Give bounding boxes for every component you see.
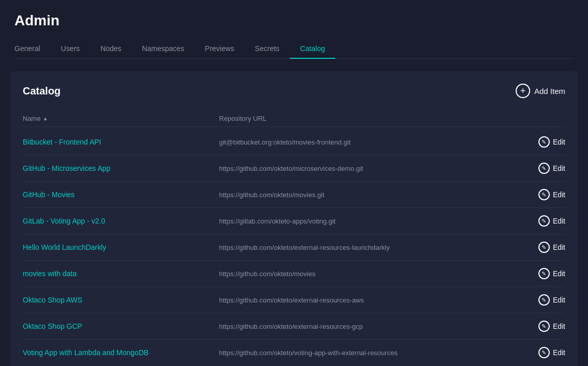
edit-button[interactable]: ✎ Edit	[538, 189, 565, 200]
edit-icon: ✎	[538, 321, 550, 332]
edit-button[interactable]: ✎ Edit	[538, 321, 565, 332]
edit-icon: ✎	[538, 163, 550, 174]
edit-icon: ✎	[538, 268, 550, 279]
table-row: GitHub - Movies https://github.com/oktet…	[23, 182, 565, 208]
column-repo-url: Repository URL	[219, 115, 503, 122]
tab-secrets[interactable]: Secrets	[244, 39, 289, 59]
catalog-header: Catalog + Add Item	[23, 84, 565, 98]
add-item-button[interactable]: + Add Item	[516, 84, 565, 98]
item-name: Bitbucket - Frontend API	[23, 138, 219, 146]
tab-general[interactable]: General	[14, 39, 51, 59]
item-url: https://github.com/okteto/microservices-…	[219, 165, 503, 172]
item-name: GitLab - Voting App - v2.0	[23, 217, 219, 225]
table-row: GitHub - Microservices App https://githu…	[23, 155, 565, 182]
tab-nodes[interactable]: Nodes	[90, 39, 131, 59]
edit-label: Edit	[553, 217, 565, 225]
edit-icon: ✎	[538, 294, 550, 306]
edit-icon: ✎	[538, 189, 550, 200]
tab-namespaces[interactable]: Namespaces	[132, 39, 195, 59]
column-name: Name ▲	[23, 115, 219, 122]
catalog-card: Catalog + Add Item Name ▲ Repository URL…	[10, 71, 578, 366]
item-url: https://github.com/okteto/external-resou…	[219, 244, 503, 251]
edit-label: Edit	[553, 348, 565, 357]
table-row: Bitbucket - Frontend API git@bitbucket.o…	[23, 129, 565, 155]
edit-icon: ✎	[538, 242, 550, 253]
edit-icon: ✎	[538, 136, 550, 148]
tab-users[interactable]: Users	[51, 39, 90, 59]
item-name: GitHub - Movies	[23, 190, 219, 199]
edit-label: Edit	[553, 296, 565, 304]
page-header: Admin General Users Nodes Namespaces Pre…	[0, 0, 588, 59]
item-url: git@bitbucket.org:okteto/movies-frontend…	[219, 138, 503, 146]
edit-label: Edit	[553, 243, 565, 251]
item-url: https://gitlab.com/okteto-apps/voting.gi…	[219, 217, 503, 225]
sort-icon: ▲	[43, 116, 48, 121]
table-row: movies with data https://github.com/okte…	[23, 261, 565, 287]
item-url: https://github.com/okteto/voting-app-wit…	[219, 349, 503, 357]
table-row: Hello World LaunchDarkly https://github.…	[23, 234, 565, 261]
edit-label: Edit	[553, 164, 565, 172]
edit-label: Edit	[553, 138, 565, 146]
table-body: Bitbucket - Frontend API git@bitbucket.o…	[23, 129, 565, 365]
item-name: GitHub - Microservices App	[23, 164, 219, 172]
table-row: Oktaco Shop GCP https://github.com/oktet…	[23, 313, 565, 340]
edit-icon: ✎	[538, 215, 550, 227]
edit-button[interactable]: ✎ Edit	[538, 268, 565, 279]
edit-button[interactable]: ✎ Edit	[538, 215, 565, 227]
item-name: Oktaco Shop AWS	[23, 296, 219, 304]
edit-label: Edit	[553, 322, 565, 330]
item-url: https://github.com/okteto/external-resou…	[219, 323, 503, 330]
item-name: Hello World LaunchDarkly	[23, 243, 219, 251]
item-name: Oktaco Shop GCP	[23, 322, 219, 330]
edit-button[interactable]: ✎ Edit	[538, 136, 565, 148]
edit-icon: ✎	[538, 347, 550, 358]
column-actions	[503, 115, 565, 122]
add-item-label: Add Item	[534, 87, 565, 96]
main-content: Catalog + Add Item Name ▲ Repository URL…	[0, 59, 588, 366]
tab-catalog[interactable]: Catalog	[290, 39, 335, 59]
item-url: https://github.com/okteto/movies.git	[219, 191, 503, 199]
edit-button[interactable]: ✎ Edit	[538, 163, 565, 174]
edit-button[interactable]: ✎ Edit	[538, 294, 565, 306]
item-url: https://github.com/okteto/external-resou…	[219, 296, 503, 304]
table-row: GitLab - Voting App - v2.0 https://gitla…	[23, 208, 565, 234]
tab-previews[interactable]: Previews	[195, 39, 245, 59]
edit-button[interactable]: ✎ Edit	[538, 347, 565, 358]
nav-tabs: General Users Nodes Namespaces Previews …	[14, 39, 574, 59]
edit-label: Edit	[553, 190, 565, 199]
page-title: Admin	[14, 12, 574, 29]
catalog-title: Catalog	[23, 85, 60, 97]
edit-label: Edit	[553, 269, 565, 278]
table-row: Voting App with Lambda and MongoDB https…	[23, 340, 565, 365]
item-name: Voting App with Lambda and MongoDB	[23, 348, 219, 357]
table-header: Name ▲ Repository URL	[23, 110, 565, 127]
edit-button[interactable]: ✎ Edit	[538, 242, 565, 253]
add-item-icon: +	[516, 84, 530, 98]
item-name: movies with data	[23, 269, 219, 278]
item-url: https://github.com/okteto/movies	[219, 270, 503, 278]
table-row: Oktaco Shop AWS https://github.com/oktet…	[23, 287, 565, 313]
